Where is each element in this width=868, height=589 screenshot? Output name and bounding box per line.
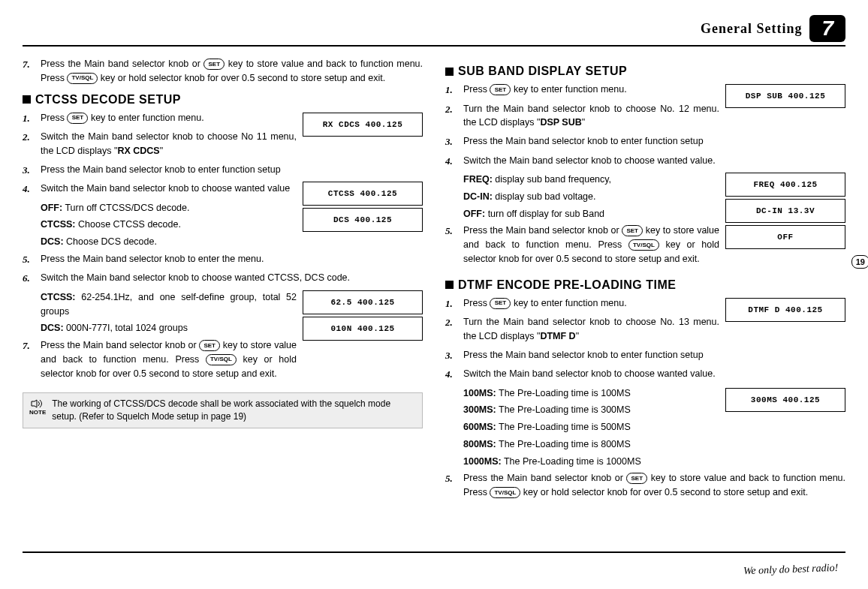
step-num: 3. (23, 163, 35, 178)
footer-divider (23, 551, 845, 553)
lcd-display: 300MS 400.125 (725, 388, 845, 412)
note-icon: NOTE (29, 399, 46, 423)
sub-item: 1000MS: The Pre-Loading time is 1000MS (463, 455, 845, 469)
text-bold: OFF: (463, 209, 485, 219)
sub-item: 600MS: The Pre-Loading time is 500MS (463, 420, 845, 434)
lcd-display: OFF (725, 225, 845, 249)
step-num: 5. (445, 471, 457, 486)
step-body: Press the Main band selector knob or SET… (463, 224, 719, 266)
text: The Pre-Loading time is 500MS (496, 422, 631, 432)
text: Turn the Main band selector knob to choo… (463, 104, 719, 128)
text: The Pre-Loading time is 300MS (496, 404, 631, 415)
text-bold: 300MS: (463, 404, 496, 415)
text: key to enter function menu. (91, 113, 204, 123)
text: The Pre-Loading time is 100MS (496, 388, 631, 398)
text: key or hold selector knob for over 0.5 s… (101, 73, 385, 83)
text: The Pre-Loading time is 1000MS (502, 456, 641, 467)
tvsql-key-icon: TV/SQL (490, 487, 520, 498)
text-bold: OFF: (41, 203, 62, 213)
heading-text: CTCSS DECODE SETUP (35, 93, 181, 107)
text: Press the Main band selector knob or (41, 340, 199, 350)
step-body: Press the Main band selector knob to ent… (463, 134, 845, 149)
text: Press the Main band selector knob or (463, 225, 622, 236)
step-body: Press the Main band selector knob to ent… (41, 163, 423, 177)
text-bold: CTCSS: (41, 219, 76, 230)
note-label: NOTE (29, 409, 46, 416)
page-number: 19 (851, 255, 868, 269)
text: 62-254.1Hz, and one self-define group, t… (41, 292, 297, 317)
set-key-icon: SET (490, 84, 511, 95)
lcd-display: CTCSS 400.125 (303, 182, 423, 206)
step: 7. Press the Main band selector knob or … (23, 338, 297, 380)
set-key-icon: SET (67, 113, 88, 124)
set-key-icon: SET (626, 473, 647, 484)
text: Choose DCS decode. (64, 236, 157, 247)
text: " (576, 331, 579, 341)
right-column: SUB BAND DISPLAY SETUP DSP SUB 400.125 1… (445, 57, 845, 504)
lcd-display: 62.5 400.125 (303, 290, 423, 314)
text-bold: 100MS: (463, 388, 496, 398)
sub-item: DCS: Choose DCS decode. (41, 235, 423, 249)
step-num: 3. (445, 134, 457, 149)
step: 7. Press the Main band selector knob or … (23, 57, 423, 86)
section-heading-ctcss: CTCSS DECODE SETUP (23, 93, 423, 107)
tvsql-key-icon: TV/SQL (67, 73, 98, 84)
note-text: The working of CTCSS/DCS decode shall be… (52, 398, 416, 423)
text: key to enter function menu. (514, 298, 627, 308)
text: 000N-777I, total 1024 groups (64, 323, 188, 333)
set-key-icon: SET (203, 59, 225, 70)
step: 5. Press the Main band selector knob or … (445, 471, 845, 500)
text: Choose CTCSS decode. (76, 219, 181, 230)
text: key to enter function menu. (514, 84, 627, 95)
step: 1. Press SET key to enter function menu. (445, 83, 719, 98)
heading-text: DTMF ENCODE PRE-LOADING TIME (458, 278, 676, 292)
step-body: Press the Main band selector knob to ent… (41, 252, 423, 266)
step-body: Press SET key to enter function menu. (463, 83, 719, 97)
text-bold: DC-IN: (463, 191, 493, 202)
step: 4. Switch the Main band selector knob to… (23, 182, 297, 197)
set-key-icon: SET (490, 298, 511, 309)
step-num: 3. (445, 348, 457, 363)
text-bold: CTCSS: (41, 292, 76, 302)
step-body: Press the Main band selector knob or SET… (41, 338, 297, 380)
square-bullet-icon (445, 281, 454, 289)
lcd-display: DTMF D 400.125 (725, 298, 845, 322)
step-num: 2. (23, 130, 35, 145)
lcd-display: RX CDCS 400.125 (303, 113, 423, 137)
step-num: 4. (445, 154, 457, 169)
step: 3. Press the Main band selector knob to … (445, 348, 845, 363)
text: Turn off CTCSS/DCS decode. (62, 203, 189, 213)
step: 2. Switch the Main band selector knob to… (23, 130, 297, 158)
step: 1. Press SET key to enter function menu. (445, 296, 719, 311)
text: Press the Main band selector knob or (463, 473, 626, 483)
text: Press (41, 113, 67, 123)
text: " (582, 117, 585, 128)
set-key-icon: SET (199, 340, 220, 351)
step: 2. Turn the Main band selector knob to c… (445, 102, 719, 131)
step: 4. Switch the Main band selector knob to… (445, 154, 845, 169)
content-columns: 7. Press the Main band selector knob or … (23, 57, 845, 504)
step-num: 6. (23, 271, 35, 286)
square-bullet-icon (445, 68, 454, 76)
text-bold: DCS: (41, 236, 64, 247)
square-bullet-icon (23, 95, 31, 104)
step-body: Switch the Main band selector knob to ch… (463, 154, 845, 168)
lcd-display: DCS 400.125 (303, 208, 423, 232)
step-num: 7. (23, 338, 35, 353)
step-num: 1. (445, 296, 457, 311)
text-bold: 600MS: (463, 422, 496, 432)
step: 5. Press the Main band selector knob or … (445, 224, 719, 266)
step-body: Press the Main band selector knob or SET… (41, 57, 423, 86)
text: turn off display for sub Band (485, 209, 604, 219)
step-num: 2. (445, 315, 457, 330)
text: Press (463, 84, 490, 95)
step-num: 2. (445, 102, 457, 117)
step: 3. Press the Main band selector knob to … (445, 134, 845, 149)
section-heading-subband: SUB BAND DISPLAY SETUP (445, 65, 845, 78)
text: " (160, 146, 163, 156)
step-num: 1. (445, 83, 457, 98)
text: display sub band frequency, (493, 174, 611, 185)
heading-text: SUB BAND DISPLAY SETUP (458, 65, 627, 78)
note-box: NOTE The working of CTCSS/DCS decode sha… (23, 392, 423, 428)
text: display sub bad voltage. (493, 191, 596, 202)
